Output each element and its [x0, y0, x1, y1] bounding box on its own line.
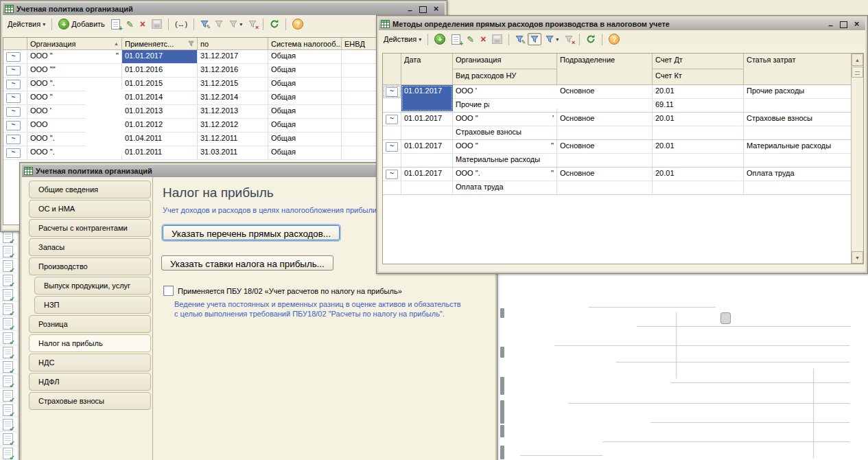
column-header-expense-kind[interactable]: Вид расходов НУ: [453, 69, 557, 85]
selected-cell[interactable]: 01.01.2017: [122, 50, 198, 63]
resize-columns-button[interactable]: (↔): [173, 19, 189, 30]
list-item[interactable]: ✔: [0, 259, 18, 273]
close-button[interactable]: ×: [852, 20, 862, 29]
row-icon-cell: ~: [3, 50, 27, 63]
filter-settings-icon: ✎: [515, 35, 524, 43]
scroll-down-button[interactable]: ▼: [852, 251, 863, 264]
column-header-organization[interactable]: Организация: [453, 54, 557, 69]
scrollbar-thumb[interactable]: [852, 67, 863, 78]
table-row[interactable]: ~ 01.01.2017 ООО "" Основное 20.01 Матер…: [383, 140, 852, 154]
close-button[interactable]: ×: [431, 5, 441, 14]
help-button[interactable]: ?: [607, 32, 622, 46]
list-item[interactable]: ✔: [0, 302, 18, 317]
add-button[interactable]: +: [432, 32, 447, 46]
table-subrow[interactable]: Прочие расходы 69.11: [383, 99, 852, 113]
list-item[interactable]: ✔: [0, 360, 18, 374]
column-header-organization[interactable]: Организация▲: [27, 38, 122, 50]
tab-output-products-services[interactable]: Выпуск продукции, услуг: [34, 277, 151, 295]
table-row[interactable]: ~ 01.01.2017 ООО "." Основное 20.01 Опла…: [383, 168, 852, 181]
tab-inventory[interactable]: Запасы: [29, 238, 151, 256]
list-item[interactable]: ✔: [0, 403, 18, 417]
tab-insurance-contributions[interactable]: Страховые взносы: [29, 392, 151, 410]
tab-general-info[interactable]: Общие сведения: [29, 181, 151, 198]
table-subrow[interactable]: Страховые взносы: [383, 126, 852, 140]
column-header-to[interactable]: по: [198, 38, 268, 50]
copy-button[interactable]: +: [109, 18, 122, 31]
actions-menu[interactable]: Действия▾: [5, 19, 47, 30]
minimize-button[interactable]: –: [405, 5, 415, 14]
filter-history-button[interactable]: ▾: [543, 34, 561, 45]
record-icon: ~: [386, 87, 398, 97]
direct-expenses-button[interactable]: Указать перечень прямых расходов...: [163, 225, 340, 240]
maximize-button[interactable]: [838, 20, 849, 29]
list-item[interactable]: ✔: [0, 288, 18, 302]
tab-nzp[interactable]: НЗП: [34, 296, 151, 314]
add-button[interactable]: +Добавить: [56, 17, 107, 31]
minimize-button[interactable]: –: [825, 20, 836, 29]
list-item[interactable]: ✔: [0, 345, 18, 360]
table-subrow[interactable]: Материальные расходы: [383, 154, 852, 168]
filter-clear-button[interactable]: ×: [563, 34, 575, 45]
selected-cell[interactable]: 01.01.2017: [401, 85, 453, 111]
edit-button[interactable]: ✎: [124, 19, 136, 30]
pbu-checkbox[interactable]: [163, 286, 174, 296]
actions-label: Действия: [384, 35, 417, 43]
tab-production[interactable]: Производство: [29, 257, 151, 275]
tab-retail[interactable]: Розница: [29, 315, 151, 333]
pencil-icon: ✎: [467, 35, 474, 44]
list-item[interactable]: ✔: [0, 230, 18, 244]
column-header-icon[interactable]: [383, 54, 401, 85]
list-item[interactable]: ✔: [0, 273, 18, 288]
list-item[interactable]: ✔: [0, 244, 18, 259]
list-item[interactable]: ✔: [0, 417, 18, 432]
arrow-up-icon: ▲: [855, 58, 860, 62]
window1-titlebar[interactable]: Учетная политика организаций – ×: [3, 3, 445, 16]
refresh-button[interactable]: [584, 33, 598, 45]
tab-ndfl[interactable]: НДФЛ: [29, 373, 151, 391]
list-item[interactable]: ✔: [0, 446, 18, 460]
column-header-icon[interactable]: [3, 38, 27, 50]
column-header-tax-system[interactable]: Система налогооб...: [268, 38, 342, 50]
copy-button[interactable]: +: [449, 33, 462, 46]
tab-nds[interactable]: НДС: [29, 354, 151, 371]
filter-button[interactable]: [528, 33, 541, 45]
list-item[interactable]: ✔: [0, 374, 18, 389]
chevron-down-icon: ▾: [419, 36, 421, 43]
column-header-applies-from[interactable]: Применяетс...: [122, 38, 198, 50]
table-subrow[interactable]: Оплата труда: [383, 181, 852, 195]
filter-button[interactable]: [213, 19, 225, 30]
tab-os-nma[interactable]: ОС и НМА: [29, 200, 151, 218]
save-button[interactable]: [490, 33, 504, 45]
filter-settings-button[interactable]: ✎: [513, 34, 526, 45]
tab-settlements[interactable]: Расчеты с контрагентами: [29, 219, 151, 237]
column-header-account-kt[interactable]: Счет Кт: [653, 69, 744, 85]
refresh-button[interactable]: [268, 18, 281, 30]
scroll-up-button[interactable]: ▲: [852, 54, 863, 66]
filter-settings-button[interactable]: ✎: [198, 19, 211, 30]
list-item[interactable]: ✔: [0, 317, 18, 331]
column-header-account-dt[interactable]: Счет Дт: [653, 54, 744, 69]
list-item[interactable]: ✔: [0, 331, 18, 345]
filter-clear-button[interactable]: ×: [246, 19, 259, 30]
tax-rates-button[interactable]: Указать ставки налога на прибыль...: [161, 255, 333, 271]
help-button[interactable]: ?: [290, 17, 305, 31]
column-header-department[interactable]: Подразделение: [557, 54, 653, 85]
vertical-scrollbar[interactable]: ▲ ▼: [851, 54, 863, 264]
window2-titlebar[interactable]: Методы определения прямых расходов произ…: [379, 18, 865, 31]
column-header-date[interactable]: Дата: [401, 54, 453, 85]
delete-button[interactable]: ×: [478, 34, 488, 45]
tab-column-divider: [152, 177, 153, 460]
table-row[interactable]: ~ 01.01.2017 ООО "' Основное 20.01 Страх…: [383, 113, 852, 126]
table-row[interactable]: ~ ООО ' Основное 20.01 Прочие расходы: [383, 85, 852, 99]
save-button[interactable]: [150, 18, 164, 30]
column-header-cost-item[interactable]: Статья затрат: [744, 54, 852, 85]
tab-income-tax[interactable]: Налог на прибыль: [29, 334, 151, 352]
list-item[interactable]: ✔: [0, 389, 18, 403]
maximize-button[interactable]: [418, 5, 428, 14]
list-item[interactable]: ✔: [0, 432, 18, 446]
actions-menu[interactable]: Действия▾: [382, 34, 423, 45]
table-rows: ~ ООО ' Основное 20.01 Прочие расходы Пр…: [383, 85, 852, 195]
edit-button[interactable]: ✎: [465, 34, 476, 45]
delete-button[interactable]: ×: [138, 19, 148, 30]
filter-history-button[interactable]: ▾: [227, 19, 244, 30]
